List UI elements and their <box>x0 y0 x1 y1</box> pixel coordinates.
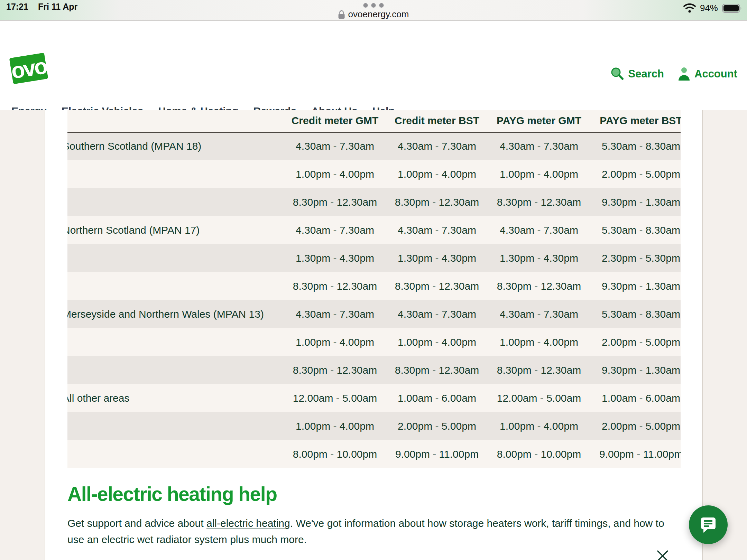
ios-status-bar: 17:21 Fri 11 Apr ovoenergy.com 94% <box>0 0 747 21</box>
status-indicators: 94% <box>683 3 742 13</box>
search-button[interactable]: Search <box>610 67 664 81</box>
banner-close-button[interactable] <box>656 549 670 560</box>
time-cell: 9.00pm - 11.00pm <box>590 440 681 468</box>
all-electric-heating-link[interactable]: all-electric heating <box>206 517 290 529</box>
region-cell <box>67 412 284 440</box>
time-cell: 2.00pm - 5.00pm <box>590 160 681 188</box>
battery-percent: 94% <box>700 3 718 13</box>
time-cell: 2.00pm - 5.00pm <box>590 328 681 356</box>
lock-icon <box>338 10 345 19</box>
help-section-title: All-electric heating help <box>67 483 277 505</box>
header-actions: Search Account <box>610 67 737 81</box>
region-cell: Northern Scotland (MPAN 17) <box>67 216 284 244</box>
region-cell <box>67 244 284 272</box>
time-cell: 2.00pm - 5.00pm <box>386 412 488 440</box>
status-date: Fri 11 Apr <box>38 2 77 12</box>
time-cell: 8.30pm - 12.30am <box>488 188 590 216</box>
account-label: Account <box>694 68 737 80</box>
wifi-icon <box>683 3 696 13</box>
time-cell: 1.30pm - 4.30pm <box>386 244 488 272</box>
time-cell: 12.00am - 5.00am <box>284 384 386 412</box>
time-cell: 1.00pm - 4.00pm <box>488 412 590 440</box>
time-cell: 8.30pm - 12.30am <box>284 356 386 384</box>
time-cell: 1.00am - 6.00am <box>386 384 488 412</box>
safari-tab-handle-icon[interactable] <box>363 3 384 8</box>
table-row: 8.30pm - 12.30am 8.30pm - 12.30am 8.30pm… <box>67 188 681 216</box>
url-text: ovoenergy.com <box>348 9 409 20</box>
time-cell: 9.30pm - 1.30am <box>590 272 681 300</box>
time-cell: 1.00pm - 4.00pm <box>488 160 590 188</box>
table-row: 1.00pm - 4.00pm 1.00pm - 4.00pm 1.00pm -… <box>67 328 681 356</box>
column-header-credit-gmt: Credit meter GMT <box>284 110 386 132</box>
table-row: 8.30pm - 12.30am 8.30pm - 12.30am 8.30pm… <box>67 356 681 384</box>
status-time: 17:21 <box>6 2 28 12</box>
region-cell: Southern Scotland (MPAN 18) <box>67 132 284 160</box>
time-cell: 1.00pm - 4.00pm <box>284 412 386 440</box>
chat-bubble-icon <box>700 516 717 533</box>
table-row: 8.30pm - 12.30am 8.30pm - 12.30am 8.30pm… <box>67 272 681 300</box>
time-cell: 9.30pm - 1.30am <box>590 356 681 384</box>
time-cell: 8.30pm - 12.30am <box>488 272 590 300</box>
time-cell: 4.30am - 7.30am <box>386 132 488 160</box>
address-bar[interactable]: ovoenergy.com <box>338 9 409 20</box>
time-cell: 1.00pm - 4.00pm <box>488 328 590 356</box>
time-cell: 8.30pm - 12.30am <box>284 188 386 216</box>
region-cell: All other areas <box>67 384 284 412</box>
ovo-logo[interactable]: ovo <box>9 53 48 84</box>
table-row: 1.00pm - 4.00pm 2.00pm - 5.00pm 1.00pm -… <box>67 412 681 440</box>
time-cell: 9.30pm - 1.30am <box>590 188 681 216</box>
table-row: Merseyside and Northern Wales (MPAN 13) … <box>67 300 681 328</box>
battery-icon <box>722 3 742 13</box>
time-cell: 4.30am - 7.30am <box>488 132 590 160</box>
account-icon <box>678 67 690 81</box>
ovo-logo-text: ovo <box>9 54 48 83</box>
region-cell <box>67 356 284 384</box>
time-cell: 1.00pm - 4.00pm <box>386 160 488 188</box>
time-cell: 4.30am - 7.30am <box>284 216 386 244</box>
time-cell: 12.00am - 5.00am <box>488 384 590 412</box>
status-time-date: 17:21 Fri 11 Apr <box>6 2 77 12</box>
time-cell: 5.30am - 8.30am <box>590 300 681 328</box>
table-row: 8.00pm - 10.00pm 9.00pm - 11.00pm 8.00pm… <box>67 440 681 468</box>
table-row: All other areas 12.00am - 5.00am 1.00am … <box>67 384 681 412</box>
time-cell: 2.30pm - 5.30pm <box>590 244 681 272</box>
time-cell: 8.00pm - 10.00pm <box>488 440 590 468</box>
site-header: ovo Energy Electric Vehicles Home & Heat… <box>0 21 747 110</box>
search-icon <box>610 67 624 81</box>
table-header-row: Credit meter GMT Credit meter BST PAYG m… <box>67 110 681 132</box>
region-cell: Merseyside and Northern Wales (MPAN 13) <box>67 300 284 328</box>
time-cell: 5.30am - 8.30am <box>590 216 681 244</box>
time-cell: 2.00pm - 5.00pm <box>590 412 681 440</box>
time-cell: 4.30am - 7.30am <box>284 300 386 328</box>
time-cell: 8.30pm - 12.30am <box>488 356 590 384</box>
time-cell: 4.30am - 7.30am <box>386 216 488 244</box>
table-row: 1.30pm - 4.30pm 1.30pm - 4.30pm 1.30pm -… <box>67 244 681 272</box>
column-header-payg-gmt: PAYG meter GMT <box>488 110 590 132</box>
time-cell: 8.30pm - 12.30am <box>386 188 488 216</box>
column-header-credit-bst: Credit meter BST <box>386 110 488 132</box>
time-cell: 4.30am - 7.30am <box>488 300 590 328</box>
search-label: Search <box>628 68 664 80</box>
account-button[interactable]: Account <box>678 67 737 81</box>
table-row: Northern Scotland (MPAN 17) 4.30am - 7.3… <box>67 216 681 244</box>
tariff-times-table: Credit meter GMT Credit meter BST PAYG m… <box>67 110 681 468</box>
tou-table-body: Southern Scotland (MPAN 18) 4.30am - 7.3… <box>67 132 681 468</box>
time-cell: 1.00pm - 4.00pm <box>284 328 386 356</box>
time-cell: 4.30am - 7.30am <box>386 300 488 328</box>
column-header-payg-bst: PAYG meter BST <box>590 110 681 132</box>
region-cell <box>67 160 284 188</box>
close-x-icon <box>656 549 670 560</box>
time-cell: 1.30pm - 4.30pm <box>488 244 590 272</box>
tariff-table-scroll-area[interactable]: Credit meter GMT Credit meter BST PAYG m… <box>67 110 681 470</box>
time-cell: 8.30pm - 12.30am <box>386 272 488 300</box>
time-cell: 1.00pm - 4.00pm <box>386 328 488 356</box>
table-row: 1.00pm - 4.00pm 1.00pm - 4.00pm 1.00pm -… <box>67 160 681 188</box>
help-body-text-before: Get support and advice about <box>67 517 206 529</box>
time-cell: 1.30pm - 4.30pm <box>284 244 386 272</box>
time-cell: 4.30am - 7.30am <box>284 132 386 160</box>
region-cell <box>67 328 284 356</box>
help-section-body: Get support and advice about all-electri… <box>67 515 671 548</box>
time-cell: 8.30pm - 12.30am <box>386 356 488 384</box>
chat-button[interactable] <box>689 505 728 544</box>
time-cell: 1.00pm - 4.00pm <box>284 160 386 188</box>
